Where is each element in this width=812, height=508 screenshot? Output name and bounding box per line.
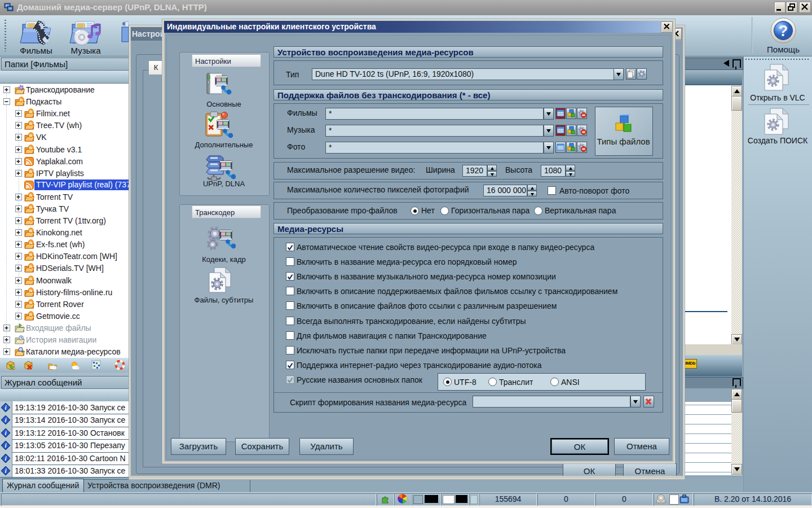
svg-text:?: ? bbox=[779, 23, 788, 40]
